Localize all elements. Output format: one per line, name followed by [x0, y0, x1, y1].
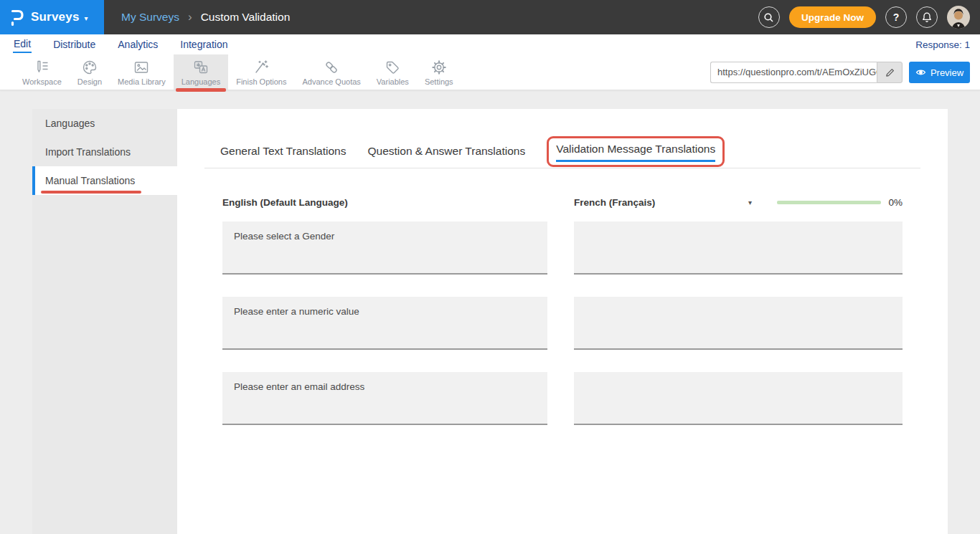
pencil-icon — [885, 67, 895, 78]
translation-progress-percent: 0% — [888, 197, 903, 208]
toolbar-label: Media Library — [118, 77, 166, 86]
advance-quotas-icon — [323, 59, 340, 76]
toolbar-item-workspace[interactable]: Workspace — [14, 54, 70, 90]
translation-progress-bar — [777, 201, 881, 204]
edit-toolbar: Workspace Design Media Library Languages… — [0, 54, 980, 90]
tab-edit[interactable]: Edit — [13, 37, 32, 53]
tab-distribute[interactable]: Distribute — [52, 37, 96, 52]
tab-validation-message-translations-annotated[interactable]: Validation Message Translations — [547, 136, 725, 167]
tab-label: Validation Message Translations — [556, 143, 715, 155]
target-text-email-input[interactable] — [574, 372, 903, 425]
bell-icon — [921, 11, 933, 23]
help-button[interactable]: ? — [885, 6, 907, 28]
notifications-button[interactable] — [916, 6, 938, 28]
toolbar-item-variables[interactable]: Variables — [369, 54, 417, 90]
upgrade-now-button[interactable]: Upgrade Now — [789, 6, 876, 28]
edit-url-button[interactable] — [877, 62, 903, 83]
target-language-label: French (Français) — [574, 197, 655, 208]
sidebar-item-languages[interactable]: Languages — [32, 109, 177, 138]
finish-options-icon — [253, 59, 270, 76]
translations-panel: General Text Translations Question & Ans… — [177, 109, 948, 534]
media-library-icon — [133, 59, 150, 76]
toolbar-item-languages[interactable]: Languages — [174, 54, 228, 90]
languages-sidebar: Languages Import Translations Manual Tra… — [32, 109, 177, 534]
languages-icon — [192, 59, 209, 76]
toolbar-label: Advance Quotas — [302, 77, 360, 86]
toolbar-label: Settings — [425, 77, 453, 86]
translation-tabs: General Text Translations Question & Ans… — [220, 136, 948, 166]
variables-icon — [384, 59, 401, 76]
question-mark-icon: ? — [893, 11, 900, 23]
chevron-down-icon: ▾ — [85, 14, 88, 22]
translation-row: Please select a Gender — [222, 221, 903, 275]
source-text-gender: Please select a Gender — [222, 221, 547, 275]
survey-url-field[interactable]: https://questionpro.com/t/AEmOxZiUGC — [710, 62, 877, 83]
product-switcher[interactable]: Surveys ▾ — [0, 0, 104, 34]
tab-question-answer-translations[interactable]: Question & Answer Translations — [367, 145, 525, 158]
product-name: Surveys — [31, 10, 80, 24]
toolbar-label: Workspace — [22, 77, 62, 86]
annotation-underline-manual-translations — [41, 191, 141, 194]
toolbar-label: Languages — [182, 77, 220, 86]
avatar-photo — [947, 6, 970, 29]
breadcrumb: My Surveys › Custom Validation — [121, 10, 290, 24]
design-icon — [81, 59, 98, 76]
source-text-email: Please enter an email address — [222, 372, 547, 425]
target-language-dropdown[interactable]: French (Français) ▾ — [574, 197, 752, 208]
source-language-label: English (Default Language) — [222, 197, 547, 208]
translation-row: Please enter a numeric value — [222, 297, 903, 350]
sidebar-item-label: Languages — [45, 118, 95, 129]
survey-url-control: https://questionpro.com/t/AEmOxZiUGC — [710, 62, 903, 83]
preview-button[interactable]: Preview — [909, 62, 970, 83]
chevron-down-icon: ▾ — [748, 199, 752, 206]
survey-nav: Edit Distribute Analytics Integration Re… — [0, 34, 980, 54]
toolbar-label: Variables — [377, 77, 409, 86]
eye-icon — [915, 68, 926, 77]
toolbar-item-advance-quotas[interactable]: Advance Quotas — [294, 54, 368, 90]
tabs-divider — [204, 168, 920, 168]
breadcrumb-current-survey: Custom Validation — [201, 11, 291, 24]
language-header-row: English (Default Language) French (Franç… — [222, 196, 903, 209]
tab-general-text-translations[interactable]: General Text Translations — [220, 145, 346, 158]
toolbar-item-settings[interactable]: Settings — [417, 54, 461, 90]
sidebar-item-label: Import Translations — [45, 146, 131, 158]
search-button[interactable] — [758, 6, 780, 28]
source-text-numeric: Please enter a numeric value — [222, 297, 547, 350]
workspace-icon — [33, 59, 50, 76]
translation-columns: English (Default Language) French (Franç… — [177, 196, 948, 425]
app-header: Surveys ▾ My Surveys › Custom Validation… — [0, 0, 980, 34]
questionpro-logo-icon — [9, 8, 25, 27]
toolbar-label: Finish Options — [236, 77, 286, 86]
active-tab-underline — [556, 160, 715, 162]
sidebar-item-label: Manual Translations — [45, 175, 135, 186]
sidebar-item-manual-translations[interactable]: Manual Translations — [32, 166, 177, 195]
response-count[interactable]: Response: 1 — [915, 39, 970, 50]
page-content: Languages Import Translations Manual Tra… — [0, 90, 980, 534]
target-text-numeric-input[interactable] — [574, 297, 903, 350]
tab-analytics[interactable]: Analytics — [117, 37, 159, 52]
tab-integration[interactable]: Integration — [179, 37, 228, 52]
toolbar-item-design[interactable]: Design — [70, 54, 110, 90]
translation-row: Please enter an email address — [222, 372, 903, 425]
settings-icon — [430, 59, 448, 76]
breadcrumb-my-surveys[interactable]: My Surveys — [121, 11, 179, 24]
toolbar-label: Design — [77, 77, 102, 86]
toolbar-item-finish-options[interactable]: Finish Options — [228, 54, 294, 90]
header-actions: Upgrade Now ? — [758, 6, 980, 29]
sidebar-item-import-translations[interactable]: Import Translations — [32, 138, 177, 166]
preview-label: Preview — [930, 67, 963, 78]
user-avatar[interactable] — [947, 6, 970, 29]
breadcrumb-separator-icon: › — [188, 10, 192, 24]
toolbar-item-media-library[interactable]: Media Library — [110, 54, 174, 90]
target-text-gender-input[interactable] — [574, 221, 903, 275]
search-icon — [763, 12, 774, 23]
target-language-header: French (Français) ▾ 0% — [574, 197, 903, 208]
